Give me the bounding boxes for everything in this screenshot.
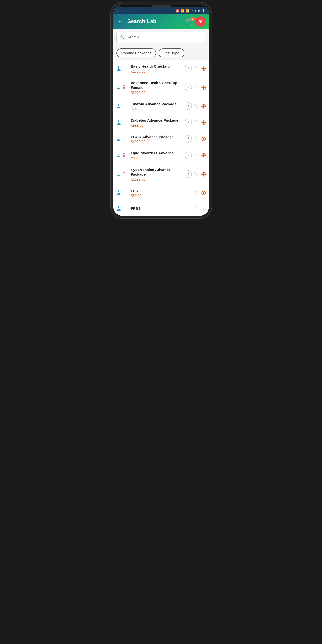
svg-rect-29 bbox=[118, 172, 118, 174]
alarm-icon: ⏰ bbox=[176, 9, 180, 12]
bluetooth-icon: 📶 bbox=[180, 9, 184, 12]
svg-rect-30 bbox=[117, 176, 120, 176]
info-button[interactable]: i bbox=[184, 170, 192, 178]
info-icon: i bbox=[188, 66, 189, 70]
package-price: ₹1800.00 bbox=[131, 69, 182, 73]
svg-rect-35 bbox=[118, 190, 119, 192]
popular-packages-filter[interactable]: Popular Packages bbox=[116, 48, 156, 58]
favorite-button[interactable]: ♡ bbox=[194, 66, 199, 72]
package-icons bbox=[116, 206, 129, 212]
add-to-cart-button[interactable]: ⊕ bbox=[201, 84, 206, 91]
search-icon: 🔍 bbox=[120, 35, 124, 40]
add-to-cart-button[interactable]: ⊕ bbox=[201, 119, 206, 126]
search-input[interactable] bbox=[126, 35, 202, 40]
status-time: 9:02 bbox=[117, 9, 123, 13]
package-actions: i ♡ ⊕ bbox=[184, 119, 206, 126]
svg-rect-38 bbox=[118, 206, 119, 208]
microscope-icon bbox=[116, 136, 121, 142]
package-actions: i ♡ ⊕ bbox=[184, 170, 206, 178]
package-icons bbox=[116, 85, 129, 90]
package-info: Basic Health Checkup ₹1800.00 bbox=[131, 64, 182, 73]
package-icons bbox=[116, 172, 129, 177]
info-button[interactable]: i bbox=[184, 102, 192, 110]
microscope-icon bbox=[116, 66, 122, 72]
package-icons bbox=[116, 66, 129, 72]
favorite-button[interactable]: ♡ bbox=[194, 120, 199, 126]
package-actions: ♡ ⊕ bbox=[194, 189, 206, 197]
add-to-cart-button[interactable]: ⊕ bbox=[201, 152, 206, 159]
add-to-cart-button[interactable]: ⓘ bbox=[201, 205, 206, 212]
list-item: FBS ₹80.00 ♡ ⊕ bbox=[113, 185, 209, 202]
package-actions: i ♡ ⊕ bbox=[184, 135, 206, 143]
status-bar: 9:02 ⏰ 📶 📶 ↗ 41% 🔋 bbox=[113, 8, 209, 14]
test-type-filter[interactable]: Test Type bbox=[159, 48, 184, 58]
package-name: Diabetes Advance Package bbox=[131, 118, 182, 123]
favorite-button[interactable]: ♡ bbox=[194, 103, 199, 109]
favorite-button[interactable]: ♡ bbox=[194, 190, 199, 196]
svg-rect-23 bbox=[118, 153, 118, 155]
info-button[interactable]: i bbox=[184, 84, 192, 91]
microscope-icon bbox=[116, 103, 122, 109]
female-icon bbox=[122, 136, 126, 142]
favorite-button[interactable]: ♡ bbox=[194, 152, 199, 159]
package-price: ₹3000.00 bbox=[131, 90, 182, 94]
svg-rect-5 bbox=[118, 85, 118, 87]
info-icon: i bbox=[188, 85, 189, 89]
package-actions: i ♡ ⊕ bbox=[184, 84, 206, 91]
filter-row: Popular Packages Test Type bbox=[113, 46, 209, 60]
svg-point-7 bbox=[123, 86, 124, 88]
package-info: Thyroid Advance Package ₹760.00 bbox=[131, 102, 182, 111]
search-wrapper: 🔍 bbox=[116, 32, 206, 43]
info-button[interactable]: i bbox=[184, 135, 192, 142]
favorite-button[interactable]: ♡ bbox=[194, 205, 199, 212]
header-actions: 🛒 0 ♥ bbox=[186, 16, 206, 27]
info-icon: i bbox=[188, 137, 189, 141]
package-info: Advanced Health Checkup Female ₹3000.00 bbox=[131, 80, 182, 94]
info-icon: i bbox=[188, 172, 189, 176]
info-icon: i bbox=[188, 154, 189, 158]
battery-level: 41% bbox=[194, 9, 200, 12]
cart-button[interactable]: 🛒 0 bbox=[186, 18, 194, 26]
package-name: Hypertension Advance Package bbox=[131, 167, 182, 177]
favorite-button[interactable]: ♡ bbox=[194, 136, 199, 142]
svg-rect-14 bbox=[118, 120, 119, 122]
package-price: ₹4999.00 bbox=[131, 140, 182, 144]
package-name: Thyroid Advance Package bbox=[131, 102, 182, 106]
female-icon bbox=[122, 172, 126, 177]
svg-rect-36 bbox=[117, 195, 121, 195]
favorites-button[interactable]: ♥ bbox=[196, 16, 206, 27]
info-button[interactable]: i bbox=[184, 119, 192, 126]
package-info: FBS ₹80.00 bbox=[131, 188, 192, 198]
add-to-cart-button[interactable]: ⊕ bbox=[201, 170, 206, 178]
info-button[interactable]: i bbox=[184, 65, 192, 72]
package-name: PPBS bbox=[131, 206, 192, 211]
svg-point-25 bbox=[123, 154, 124, 156]
favorite-button[interactable]: ♡ bbox=[194, 171, 199, 178]
notch-bar bbox=[113, 5, 209, 8]
list-item: Advanced Health Checkup Female ₹3000.00 … bbox=[113, 77, 209, 98]
package-icons bbox=[116, 120, 129, 126]
add-to-cart-button[interactable]: ⊕ bbox=[201, 135, 206, 143]
svg-rect-11 bbox=[118, 104, 119, 106]
list-item: Thyroid Advance Package ₹760.00 i ♡ ⊕ bbox=[113, 98, 209, 115]
package-price: ₹999.00 bbox=[131, 156, 182, 160]
package-price: ₹80.00 bbox=[131, 194, 192, 198]
list-item: Lipid disorders Advance ₹999.00 i ♡ ⊕ bbox=[113, 147, 209, 164]
search-container: 🔍 bbox=[113, 28, 209, 46]
phone-frame: 9:02 ⏰ 📶 📶 ↗ 41% 🔋 ← Search Lab 🛒 0 ♥ 🔍 bbox=[113, 5, 209, 216]
microscope-icon bbox=[116, 206, 122, 212]
back-button[interactable]: ← bbox=[116, 16, 125, 26]
package-name: Advanced Health Checkup Female bbox=[131, 80, 182, 90]
microscope-icon bbox=[116, 120, 122, 126]
package-icons bbox=[116, 136, 129, 142]
favorite-button[interactable]: ♡ bbox=[194, 84, 199, 90]
add-to-cart-button[interactable]: ⊕ bbox=[201, 189, 206, 197]
add-to-cart-button[interactable]: ⊕ bbox=[201, 65, 206, 72]
package-price: ₹999.00 bbox=[131, 123, 182, 127]
add-to-cart-button[interactable]: ⊕ bbox=[201, 102, 206, 110]
info-button[interactable]: i bbox=[184, 152, 192, 159]
package-name: Lipid disorders Advance bbox=[131, 151, 182, 156]
package-info: Lipid disorders Advance ₹999.00 bbox=[131, 151, 182, 160]
svg-rect-17 bbox=[118, 137, 118, 139]
microscope-icon bbox=[116, 190, 122, 196]
